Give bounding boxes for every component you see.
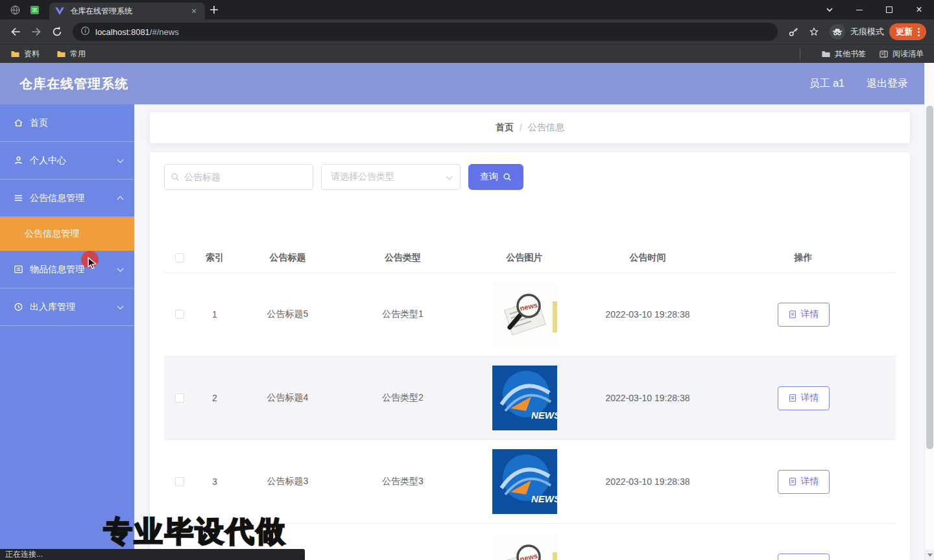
- incognito-label: 无痕模式: [850, 26, 884, 38]
- user-icon: [13, 156, 23, 166]
- other-bookmarks-button[interactable]: 其他书签: [820, 47, 867, 61]
- select-all-checkbox[interactable]: [175, 253, 184, 262]
- browser-logo-icon[interactable]: [5, 1, 25, 18]
- site-info-icon[interactable]: [80, 26, 90, 38]
- main-content: 首页 / 公告信息 请选择公告类型 查询: [134, 104, 934, 560]
- bookmark-star-icon[interactable]: [805, 23, 823, 41]
- reading-list-button[interactable]: 阅读清单: [878, 47, 925, 61]
- sidebar-item-label: 出入库管理: [30, 301, 75, 313]
- url-path: /#/news: [150, 27, 179, 37]
- bookmark-label: 资料: [24, 49, 40, 60]
- svg-text:NEWS: NEWS: [531, 493, 557, 504]
- app-header: 仓库在线管理系统 员工 a1 退出登录: [0, 63, 934, 104]
- minimize-button[interactable]: [844, 0, 874, 19]
- announcement-image[interactable]: news: [492, 533, 557, 560]
- announcement-type-select[interactable]: 请选择公告类型: [321, 164, 461, 190]
- detail-button[interactable]: 详情: [778, 386, 830, 410]
- cell-time: 2022-03-10 19:28:38: [584, 309, 711, 320]
- clock-icon: [13, 302, 23, 312]
- incognito-badge[interactable]: 无痕模式: [830, 24, 884, 40]
- column-header-time: 公告时间: [584, 252, 711, 264]
- screen: 仓库在线管理系统 × × localhost:8: [0, 0, 934, 560]
- announcement-image[interactable]: NEWS: [492, 449, 557, 514]
- select-placeholder: 请选择公告类型: [331, 171, 394, 183]
- browser-menu-icon[interactable]: [918, 28, 920, 36]
- row-checkbox[interactable]: [175, 477, 184, 486]
- scrollbar-down-arrow[interactable]: [925, 550, 934, 560]
- folder-icon: [821, 49, 831, 59]
- detail-button[interactable]: 详情: [778, 470, 830, 494]
- cell-index: 3: [195, 476, 234, 487]
- cell-index: 2: [195, 393, 234, 403]
- bookmark-folder-ziliao[interactable]: 资料: [9, 47, 41, 61]
- bookmark-label: 阅读清单: [892, 49, 924, 60]
- detail-button[interactable]: 详情: [778, 554, 830, 560]
- column-header-index: 索引: [195, 252, 234, 264]
- row-checkbox[interactable]: [175, 310, 184, 319]
- query-button-label: 查询: [480, 171, 498, 183]
- scrollbar-thumb[interactable]: [926, 106, 933, 449]
- announcement-title-input[interactable]: [164, 164, 313, 190]
- sidebar-item-announcement-mgmt[interactable]: 公告信息管理: [0, 180, 134, 217]
- breadcrumb-current: 公告信息: [528, 122, 564, 134]
- detail-button-label: 详情: [801, 476, 819, 487]
- reload-button[interactable]: [47, 21, 67, 42]
- forward-button[interactable]: [26, 21, 47, 42]
- tab-title: 仓库在线管理系统: [70, 6, 188, 17]
- sidebar-item-home[interactable]: 首页: [0, 104, 134, 142]
- window-close-button[interactable]: ×: [904, 0, 934, 19]
- bookmark-folder-changyong[interactable]: 常用: [55, 47, 87, 61]
- announcement-image[interactable]: NEWS: [492, 366, 557, 430]
- document-icon: [788, 310, 797, 319]
- table-row: 2 公告标题4 公告类型2 NEWS 2022-03-10 19:28:38 详…: [164, 356, 896, 440]
- tab-close-icon[interactable]: ×: [188, 5, 200, 17]
- home-icon: [13, 118, 23, 128]
- update-button[interactable]: 更新: [889, 23, 926, 40]
- search-icon: [171, 172, 180, 184]
- column-header-actions: 操作: [711, 252, 896, 264]
- sidebar-item-goods-mgmt[interactable]: 物品信息管理: [0, 251, 134, 288]
- tab-search-chevron-icon[interactable]: [815, 0, 844, 19]
- browser-status-bubble: 正在连接...: [0, 549, 305, 560]
- svg-text:NEWS: NEWS: [531, 410, 557, 421]
- browser-toolbar: localhost:8081 /#/news 无痕模式 更新: [0, 19, 934, 44]
- watermark-text: 专业毕设代做: [104, 513, 287, 551]
- password-key-icon[interactable]: [784, 23, 802, 41]
- detail-button[interactable]: 详情: [778, 303, 830, 327]
- cell-type: 公告类型1: [341, 309, 464, 320]
- new-tab-button[interactable]: [205, 1, 223, 18]
- sidebar: 首页 个人中心 公告信息管理 公告信息管理 物品信息管理: [0, 104, 134, 560]
- row-checkbox[interactable]: [175, 393, 184, 402]
- logout-button[interactable]: 退出登录: [867, 77, 908, 91]
- cell-index: 1: [195, 309, 234, 320]
- cell-time: 2022-03-10 19:28:38: [584, 476, 711, 487]
- query-button[interactable]: 查询: [468, 164, 523, 190]
- cell-title: 公告标题4: [234, 392, 341, 404]
- sidebar-item-inventory-mgmt[interactable]: 出入库管理: [0, 288, 134, 326]
- column-header-image: 公告图片: [464, 252, 584, 264]
- address-bar[interactable]: localhost:8081 /#/news: [73, 23, 778, 41]
- announcement-image[interactable]: news: [492, 282, 557, 347]
- document-icon: [788, 393, 797, 402]
- list-icon: [13, 193, 23, 204]
- search-icon: [503, 172, 512, 181]
- site-favicon: [54, 6, 65, 16]
- table-row: 1 公告标题5 公告类型1 news 2022-03-10 19:28:38 详…: [164, 273, 896, 356]
- sidebar-item-label: 首页: [30, 117, 48, 129]
- sidebar-item-profile[interactable]: 个人中心: [0, 142, 134, 180]
- back-button[interactable]: [5, 21, 26, 42]
- folder-icon: [10, 49, 20, 59]
- browser-tab[interactable]: 仓库在线管理系统 ×: [49, 3, 205, 19]
- chevron-down-icon: [117, 156, 124, 163]
- document-icon: [788, 477, 797, 486]
- sidebar-subitem-announcement-mgmt-active[interactable]: 公告信息管理: [0, 217, 134, 251]
- chevron-down-icon: [446, 174, 453, 180]
- maximize-button[interactable]: [874, 0, 904, 19]
- cell-time: 2022-03-10 19:28:38: [584, 393, 711, 403]
- pinned-tab-sheet-icon[interactable]: [25, 1, 44, 18]
- page-scrollbar[interactable]: [924, 63, 934, 560]
- header-right: 员工 a1 退出登录: [809, 77, 908, 91]
- current-user[interactable]: 员工 a1: [809, 77, 844, 91]
- cell-title: 公告标题5: [234, 309, 341, 320]
- breadcrumb-home[interactable]: 首页: [496, 122, 514, 134]
